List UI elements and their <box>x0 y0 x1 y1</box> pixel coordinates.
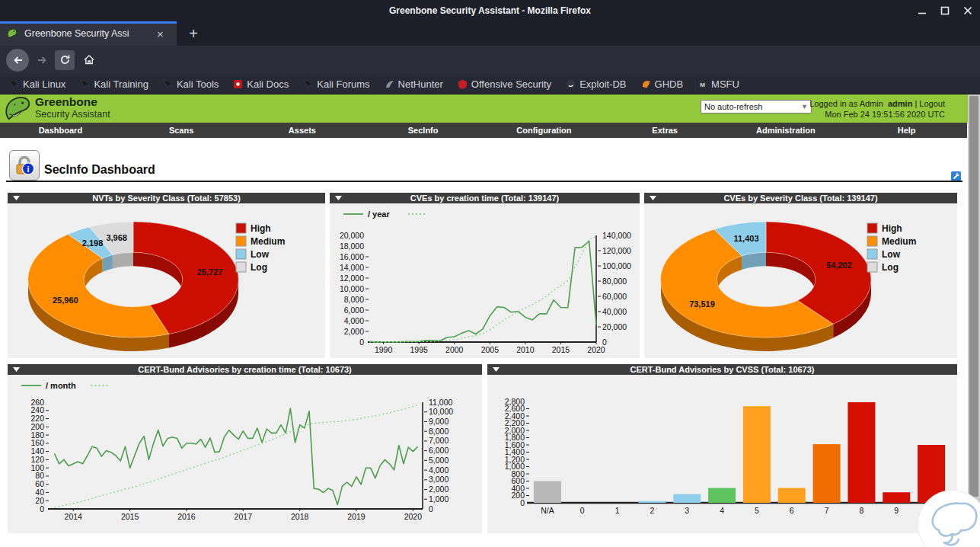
svg-text:6,000: 6,000 <box>344 305 364 315</box>
svg-text:25,960: 25,960 <box>53 296 78 305</box>
bookmark-item[interactable]: NetHunter <box>385 78 443 90</box>
svg-text:14,000: 14,000 <box>340 263 364 272</box>
svg-text:120: 120 <box>30 455 44 464</box>
brand-subtitle: Security Assistant <box>35 108 110 120</box>
svg-text:M: M <box>700 81 705 88</box>
menu-item-scans[interactable]: Scans <box>121 123 242 138</box>
bookmark-item[interactable]: Offensive Security <box>458 78 551 90</box>
bookmark-item[interactable]: Kali Linux <box>9 78 65 90</box>
svg-text:73,519: 73,519 <box>689 299 715 309</box>
scrollbar-thumb[interactable] <box>969 96 978 497</box>
svg-text:25,727: 25,727 <box>197 267 223 277</box>
svg-text:180: 180 <box>30 430 44 440</box>
svg-text:16,000: 16,000 <box>340 252 364 261</box>
login-text: Logged in as Admin <box>809 99 883 108</box>
back-button[interactable] <box>6 49 29 72</box>
svg-text:High: High <box>882 223 902 234</box>
svg-text:5: 5 <box>755 506 759 515</box>
browser-tab[interactable]: Greenbone Security Assi × <box>0 21 177 46</box>
svg-text:2016: 2016 <box>177 512 196 521</box>
bookmark-item[interactable]: MMSFU <box>697 78 739 90</box>
panel-menu-icon[interactable] <box>650 196 656 200</box>
panel-menu-icon[interactable] <box>13 367 20 372</box>
svg-text:0: 0 <box>580 506 585 515</box>
certbund-cvss-bar-chart: 02004006008001,0001,2001,4001,6001,8002,… <box>487 375 957 533</box>
minimize-button[interactable] <box>918 6 927 15</box>
chart-title: CERT-Bund Advisories by creation time (T… <box>138 365 352 374</box>
auto-refresh-select[interactable]: No auto-refresh ▼ <box>701 100 812 114</box>
chart-panel-cves-severity: CVEs by Severity Class (Total: 139147) 5… <box>644 193 957 358</box>
window-title: Greenbone Security Assistant - Mozilla F… <box>389 5 591 16</box>
solvetic-watermark <box>918 490 980 547</box>
panel-menu-icon[interactable] <box>13 196 20 200</box>
bookmark-item[interactable]: Kali Docs <box>233 78 289 90</box>
svg-text:9,000: 9,000 <box>429 417 449 426</box>
svg-text:4,000: 4,000 <box>429 465 449 475</box>
menu-item-dashboard[interactable]: Dashboard <box>0 123 121 138</box>
maximize-button[interactable] <box>940 6 950 15</box>
svg-text:100: 100 <box>30 463 44 472</box>
svg-text:9: 9 <box>894 506 899 515</box>
svg-text:11,000: 11,000 <box>429 398 452 407</box>
svg-text:N/A: N/A <box>541 506 554 515</box>
bookmarks-toolbar: Kali LinuxKali TrainingKali ToolsKali Do… <box>0 74 980 94</box>
gsa-menubar: DashboardScansAssetsSecInfoConfiguration… <box>0 123 967 138</box>
menu-item-extras[interactable]: Extras <box>605 123 726 138</box>
svg-text:2: 2 <box>650 506 654 515</box>
svg-text:High: High <box>251 223 271 234</box>
page-content: i SecInfo Dashboard NVTs by Severity Cla… <box>0 138 980 547</box>
svg-text:Medium: Medium <box>251 236 285 247</box>
svg-text:3: 3 <box>685 506 689 515</box>
forward-button[interactable] <box>32 50 52 70</box>
svg-text:4: 4 <box>720 506 724 515</box>
svg-text:54,202: 54,202 <box>826 261 852 270</box>
svg-text:0: 0 <box>429 504 433 513</box>
brand: Greenbone Security Assistant <box>35 96 110 120</box>
svg-text:20,000: 20,000 <box>340 231 364 240</box>
bookmark-item[interactable]: Kali Tools <box>163 78 219 90</box>
new-tab-button[interactable]: + <box>183 23 204 44</box>
refresh-button[interactable] <box>55 50 75 70</box>
chart-title: NVTs by Severity Class (Total: 57853) <box>92 194 241 203</box>
svg-text:2017: 2017 <box>235 512 253 521</box>
svg-text:100,000: 100,000 <box>602 261 631 270</box>
menu-item-administration[interactable]: Administration <box>726 123 847 138</box>
menu-item-help[interactable]: Help <box>846 123 967 138</box>
svg-text:4,000: 4,000 <box>344 316 364 325</box>
window-titlebar: Greenbone Security Assistant - Mozilla F… <box>0 0 980 21</box>
tab-bar: Greenbone Security Assi × + <box>0 21 980 46</box>
svg-text:Log: Log <box>882 262 899 273</box>
logout-link[interactable]: Logout <box>919 99 945 108</box>
bookmark-item[interactable]: Kali Training <box>80 78 148 90</box>
kali-docs-icon <box>233 79 243 89</box>
home-button[interactable] <box>79 50 99 70</box>
login-user: admin <box>888 99 912 108</box>
panel-menu-icon[interactable] <box>335 196 342 200</box>
greenbone-logo-icon <box>4 95 33 122</box>
svg-text:200: 200 <box>30 422 44 431</box>
panel-menu-icon[interactable] <box>493 367 500 372</box>
menu-item-secinfo[interactable]: SecInfo <box>362 123 484 138</box>
svg-text:2005: 2005 <box>481 345 500 354</box>
chevron-down-icon: ▼ <box>801 103 808 110</box>
menu-item-configuration[interactable]: Configuration <box>484 123 605 138</box>
chart-panel-cves-time: CVEs by creation time (Total: 139147) / … <box>330 193 640 358</box>
svg-text:i: i <box>27 165 29 174</box>
close-button[interactable] <box>963 6 972 15</box>
svg-text:Log: Log <box>251 262 267 273</box>
menu-item-assets[interactable]: Assets <box>242 123 363 138</box>
svg-text:0: 0 <box>359 337 364 347</box>
tab-close-icon[interactable]: × <box>157 27 164 40</box>
bookmark-item[interactable]: Exploit-DB <box>566 78 626 90</box>
svg-text:8,000: 8,000 <box>344 295 364 304</box>
bookmark-item[interactable]: Kali Forums <box>303 78 369 90</box>
svg-text:Low: Low <box>251 249 270 260</box>
svg-text:20: 20 <box>35 496 44 505</box>
svg-text:8,000: 8,000 <box>429 427 449 436</box>
vertical-scrollbar[interactable] <box>968 94 980 547</box>
bookmark-item[interactable]: GHDB <box>641 78 684 90</box>
chart-panel-nvts-severity: NVTs by Severity Class (Total: 57853) 25… <box>8 193 325 358</box>
msfu-icon: M <box>697 79 707 89</box>
svg-text:2,198: 2,198 <box>82 238 104 248</box>
svg-text:2014: 2014 <box>65 512 83 521</box>
